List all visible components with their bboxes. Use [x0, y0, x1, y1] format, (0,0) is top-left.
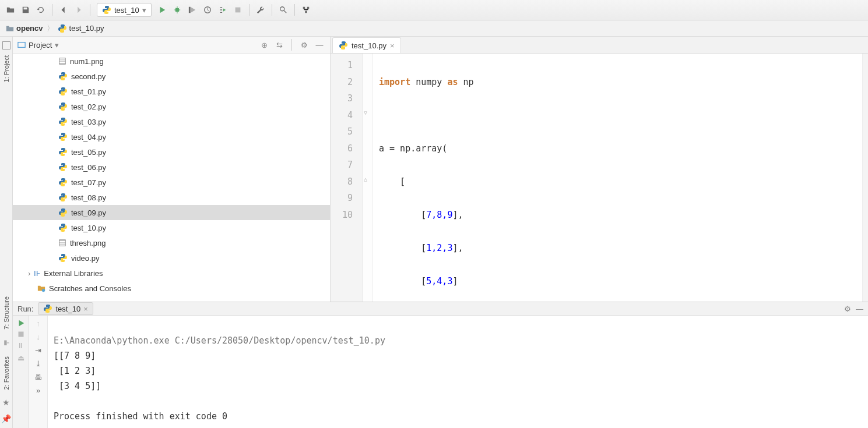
target-icon[interactable]: ⊕ — [258, 41, 270, 49]
tree-item[interactable]: test_03.py — [13, 114, 330, 129]
tree-item[interactable]: test_05.py — [13, 144, 330, 160]
editor-tabs: test_10.py × — [331, 37, 868, 54]
pause-icon[interactable]: ⏸ — [17, 341, 24, 350]
svg-rect-8 — [18, 43, 25, 48]
tree-item[interactable]: test_06.py — [13, 160, 330, 175]
svg-point-4 — [280, 7, 284, 11]
code-editor[interactable]: 12345678910 ▽ △ import numpy as np a = n… — [331, 54, 868, 302]
editor-area: test_10.py × 12345678910 ▽ △ import nump… — [331, 37, 868, 302]
wrench-icon[interactable] — [254, 3, 268, 17]
tree-item[interactable]: test_02.py — [13, 99, 330, 114]
tree-item[interactable]: test_08.py — [13, 190, 330, 205]
run-config-selector[interactable]: test_10 ▾ — [97, 3, 152, 17]
wrap-icon[interactable]: ⇥ — [35, 346, 41, 355]
close-icon[interactable]: × — [390, 41, 395, 50]
rail-favorites-tab[interactable]: 2: Favorites — [2, 353, 11, 393]
svg-rect-5 — [303, 7, 305, 9]
debug-icon[interactable] — [170, 3, 184, 17]
tree-item[interactable]: second.py — [13, 69, 330, 84]
scroll-icon[interactable]: ⤓ — [35, 359, 41, 368]
coverage-icon[interactable] — [185, 3, 199, 17]
breadcrumb: opencv 〉 test_10.py — [0, 20, 868, 37]
tree-item[interactable]: thresh.png — [13, 235, 330, 250]
breadcrumb-root[interactable]: opencv — [6, 24, 43, 33]
tree-item[interactable]: video.py — [13, 250, 330, 266]
close-icon[interactable]: × — [83, 305, 88, 313]
concurrent-icon[interactable] — [216, 3, 230, 17]
rerun-icon[interactable] — [17, 319, 25, 327]
refresh-icon[interactable] — [34, 3, 48, 17]
svg-rect-3 — [235, 8, 240, 13]
rail-square-icon[interactable] — [2, 41, 10, 49]
stop-icon[interactable] — [17, 331, 24, 338]
project-panel-header: Project ▾ ⊕ ⇆ ⚙ — — [13, 37, 330, 54]
tree-item[interactable]: test_01.py — [13, 84, 330, 99]
exit-icon[interactable]: ⏏ — [17, 353, 24, 362]
run-tab[interactable]: test_10 × — [38, 302, 93, 315]
run-left-toolbar-2: ↑ ↓ ⇥ ⤓ 🖶 » — [29, 316, 48, 428]
tree-item[interactable]: test_04.py — [13, 129, 330, 144]
chevron-down-icon: ▾ — [142, 6, 146, 15]
run-panel: Run: test_10 × ⚙ — ⏸ ⏏ ↑ — [13, 302, 868, 428]
svg-point-11 — [42, 289, 45, 292]
run-output[interactable]: E:\Anaconda\python.exe C:/Users/28050/De… — [48, 316, 868, 428]
svg-rect-7 — [305, 11, 307, 13]
project-tree[interactable]: num1.pngsecond.pytest_01.pytest_02.pytes… — [13, 54, 330, 302]
back-icon[interactable] — [57, 3, 71, 17]
fold-column: ▽ △ — [363, 54, 373, 302]
svg-rect-12 — [18, 332, 23, 337]
project-panel-title[interactable]: Project — [29, 41, 52, 49]
line-gutter: 12345678910 — [331, 54, 363, 302]
collapse-icon[interactable]: ⇆ — [273, 41, 285, 49]
gear-icon[interactable]: ⚙ — [298, 41, 310, 49]
more-icon[interactable]: » — [36, 386, 40, 395]
run-left-toolbar: ⏸ ⏏ — [13, 316, 29, 428]
svg-rect-1 — [189, 7, 191, 13]
rail-project-tab[interactable]: 1: Project — [2, 52, 11, 86]
search-icon[interactable] — [276, 3, 290, 17]
open-icon[interactable] — [3, 3, 17, 17]
editor-scrollbar[interactable] — [862, 54, 868, 302]
rail-structure-tab[interactable]: 7: Structure — [2, 293, 11, 333]
up-icon[interactable]: ↑ — [36, 319, 40, 328]
left-tool-rail: 1: Project 7: Structure ⊪ 2: Favorites ★… — [0, 37, 13, 428]
tree-item[interactable]: test_09.py — [13, 205, 330, 220]
profile-icon[interactable] — [201, 3, 215, 17]
run-config-name: test_10 — [114, 6, 139, 15]
tree-item[interactable]: test_10.py — [13, 220, 330, 235]
chevron-down-icon[interactable]: ▾ — [55, 41, 59, 49]
code-area[interactable]: import numpy as np a = np.array( [ [7,8,… — [373, 54, 862, 302]
chevron-right-icon: 〉 — [47, 23, 54, 34]
tree-scratches[interactable]: Scratches and Consoles — [13, 281, 330, 296]
run-label: Run: — [17, 305, 33, 313]
save-icon[interactable] — [19, 3, 33, 17]
tree-item[interactable]: num1.png — [13, 54, 330, 69]
tree-external-libraries[interactable]: › ⊪ External Libraries — [13, 266, 330, 281]
forward-icon[interactable] — [72, 3, 86, 17]
tree-item[interactable]: test_07.py — [13, 175, 330, 190]
minimize-icon[interactable]: — — [314, 41, 325, 49]
down-icon[interactable]: ↓ — [36, 333, 40, 341]
structure-icon[interactable] — [299, 3, 313, 17]
svg-rect-6 — [307, 7, 309, 9]
project-panel: Project ▾ ⊕ ⇆ ⚙ — num1.pngsecond.pytest_… — [13, 37, 331, 302]
minimize-icon[interactable]: — — [856, 305, 863, 313]
stop-icon[interactable] — [231, 3, 245, 17]
run-icon[interactable] — [155, 3, 169, 17]
main-toolbar: test_10 ▾ — [0, 0, 868, 20]
print-icon[interactable]: 🖶 — [34, 373, 42, 381]
editor-tab[interactable]: test_10.py × — [332, 37, 401, 53]
gear-icon[interactable]: ⚙ — [844, 305, 851, 313]
breadcrumb-file[interactable]: test_10.py — [58, 24, 104, 33]
